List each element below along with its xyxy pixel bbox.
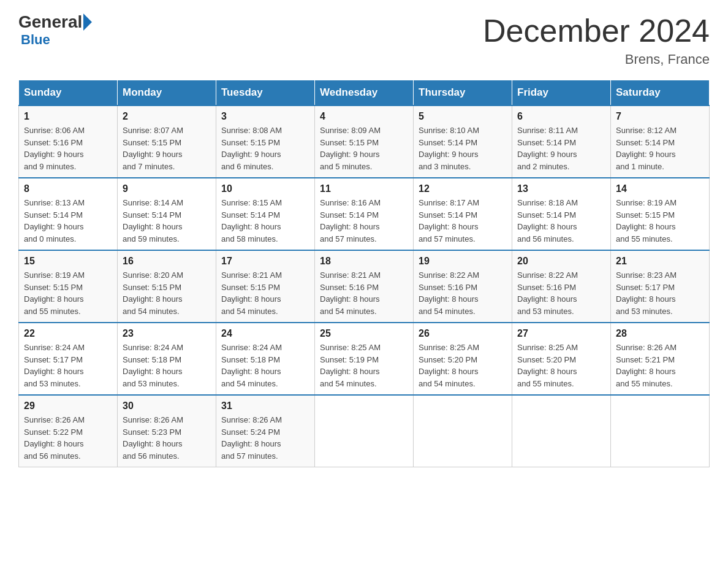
calendar-table: SundayMondayTuesdayWednesdayThursdayFrid… — [18, 80, 710, 467]
day-info: Sunrise: 8:26 AMSunset: 5:23 PMDaylight:… — [123, 414, 211, 462]
calendar-cell: 26Sunrise: 8:25 AMSunset: 5:20 PMDayligh… — [414, 323, 512, 395]
calendar-cell: 4Sunrise: 8:09 AMSunset: 5:15 PMDaylight… — [315, 105, 414, 178]
calendar-cell — [611, 395, 710, 467]
day-header-thursday: Thursday — [414, 80, 512, 106]
day-number: 28 — [616, 328, 704, 339]
calendar-cell: 21Sunrise: 8:23 AMSunset: 5:17 PMDayligh… — [611, 250, 710, 323]
calendar-cell: 2Sunrise: 8:07 AMSunset: 5:15 PMDaylight… — [118, 105, 216, 178]
day-number: 9 — [123, 183, 211, 194]
day-info: Sunrise: 8:08 AMSunset: 5:15 PMDaylight:… — [221, 124, 309, 172]
calendar-cell: 5Sunrise: 8:10 AMSunset: 5:14 PMDaylight… — [414, 105, 512, 178]
day-info: Sunrise: 8:14 AMSunset: 5:14 PMDaylight:… — [123, 197, 211, 245]
week-row-4: 22Sunrise: 8:24 AMSunset: 5:17 PMDayligh… — [19, 323, 710, 395]
day-info: Sunrise: 8:18 AMSunset: 5:14 PMDaylight:… — [517, 197, 605, 245]
day-number: 10 — [221, 183, 309, 194]
day-info: Sunrise: 8:23 AMSunset: 5:17 PMDaylight:… — [616, 269, 704, 317]
logo-arrow-icon — [83, 13, 92, 31]
week-row-1: 1Sunrise: 8:06 AMSunset: 5:16 PMDaylight… — [19, 105, 710, 178]
calendar-cell: 8Sunrise: 8:13 AMSunset: 5:14 PMDaylight… — [19, 178, 118, 250]
day-header-wednesday: Wednesday — [315, 80, 414, 106]
day-header-friday: Friday — [512, 80, 611, 106]
day-header-monday: Monday — [118, 80, 216, 106]
day-header-sunday: Sunday — [19, 80, 118, 106]
week-row-3: 15Sunrise: 8:19 AMSunset: 5:15 PMDayligh… — [19, 250, 710, 323]
location: Brens, France — [483, 52, 710, 67]
day-number: 16 — [123, 256, 211, 267]
day-number: 1 — [24, 111, 112, 122]
day-info: Sunrise: 8:15 AMSunset: 5:14 PMDaylight:… — [221, 197, 309, 245]
week-row-2: 8Sunrise: 8:13 AMSunset: 5:14 PMDaylight… — [19, 178, 710, 250]
calendar-cell: 17Sunrise: 8:21 AMSunset: 5:15 PMDayligh… — [216, 250, 315, 323]
logo-general-text: General — [18, 12, 82, 32]
day-number: 24 — [221, 328, 309, 339]
calendar-cell — [512, 395, 611, 467]
day-number: 29 — [24, 400, 112, 412]
day-info: Sunrise: 8:26 AMSunset: 5:24 PMDaylight:… — [221, 414, 309, 462]
day-number: 18 — [320, 256, 408, 267]
day-info: Sunrise: 8:13 AMSunset: 5:14 PMDaylight:… — [24, 197, 112, 245]
day-info: Sunrise: 8:26 AMSunset: 5:22 PMDaylight:… — [24, 414, 112, 462]
day-info: Sunrise: 8:22 AMSunset: 5:16 PMDaylight:… — [419, 269, 507, 317]
day-info: Sunrise: 8:09 AMSunset: 5:15 PMDaylight:… — [320, 124, 408, 172]
calendar-cell: 19Sunrise: 8:22 AMSunset: 5:16 PMDayligh… — [414, 250, 512, 323]
day-number: 3 — [221, 111, 309, 122]
day-info: Sunrise: 8:19 AMSunset: 5:15 PMDaylight:… — [24, 269, 112, 317]
day-number: 26 — [419, 328, 507, 339]
day-number: 4 — [320, 111, 408, 122]
day-number: 15 — [24, 256, 112, 267]
day-info: Sunrise: 8:25 AMSunset: 5:19 PMDaylight:… — [320, 342, 408, 389]
day-info: Sunrise: 8:24 AMSunset: 5:18 PMDaylight:… — [123, 342, 211, 389]
day-info: Sunrise: 8:16 AMSunset: 5:14 PMDaylight:… — [320, 197, 408, 245]
day-info: Sunrise: 8:21 AMSunset: 5:16 PMDaylight:… — [320, 269, 408, 317]
calendar-header-row: SundayMondayTuesdayWednesdayThursdayFrid… — [19, 80, 710, 106]
day-info: Sunrise: 8:24 AMSunset: 5:17 PMDaylight:… — [24, 342, 112, 389]
day-number: 30 — [123, 400, 211, 412]
calendar-cell — [414, 395, 512, 467]
day-number: 27 — [517, 328, 605, 339]
day-number: 5 — [419, 111, 507, 122]
day-number: 8 — [24, 183, 112, 194]
calendar-cell: 14Sunrise: 8:19 AMSunset: 5:15 PMDayligh… — [611, 178, 710, 250]
day-number: 12 — [419, 183, 507, 194]
day-info: Sunrise: 8:22 AMSunset: 5:16 PMDaylight:… — [517, 269, 605, 317]
day-info: Sunrise: 8:26 AMSunset: 5:21 PMDaylight:… — [616, 342, 704, 389]
day-number: 25 — [320, 328, 408, 339]
calendar-cell: 1Sunrise: 8:06 AMSunset: 5:16 PMDaylight… — [19, 105, 118, 178]
day-header-saturday: Saturday — [611, 80, 710, 106]
day-info: Sunrise: 8:06 AMSunset: 5:16 PMDaylight:… — [24, 124, 112, 172]
day-number: 31 — [221, 400, 309, 412]
calendar-cell: 3Sunrise: 8:08 AMSunset: 5:15 PMDaylight… — [216, 105, 315, 178]
day-number: 23 — [123, 328, 211, 339]
day-info: Sunrise: 8:25 AMSunset: 5:20 PMDaylight:… — [419, 342, 507, 389]
calendar-cell: 13Sunrise: 8:18 AMSunset: 5:14 PMDayligh… — [512, 178, 611, 250]
page-header: General Blue December 2024 Brens, France — [18, 12, 710, 67]
day-number: 22 — [24, 328, 112, 339]
day-number: 17 — [221, 256, 309, 267]
day-number: 11 — [320, 183, 408, 194]
calendar-cell: 11Sunrise: 8:16 AMSunset: 5:14 PMDayligh… — [315, 178, 414, 250]
day-info: Sunrise: 8:20 AMSunset: 5:15 PMDaylight:… — [123, 269, 211, 317]
logo-blue-text: Blue — [21, 32, 50, 47]
calendar-cell: 12Sunrise: 8:17 AMSunset: 5:14 PMDayligh… — [414, 178, 512, 250]
day-info: Sunrise: 8:24 AMSunset: 5:18 PMDaylight:… — [221, 342, 309, 389]
calendar-cell: 29Sunrise: 8:26 AMSunset: 5:22 PMDayligh… — [19, 395, 118, 467]
logo: General Blue — [18, 12, 93, 48]
day-number: 20 — [517, 256, 605, 267]
day-info: Sunrise: 8:17 AMSunset: 5:14 PMDaylight:… — [419, 197, 507, 245]
month-title: December 2024 — [483, 12, 710, 49]
calendar-cell: 27Sunrise: 8:25 AMSunset: 5:20 PMDayligh… — [512, 323, 611, 395]
day-number: 6 — [517, 111, 605, 122]
calendar-cell: 30Sunrise: 8:26 AMSunset: 5:23 PMDayligh… — [118, 395, 216, 467]
calendar-cell: 23Sunrise: 8:24 AMSunset: 5:18 PMDayligh… — [118, 323, 216, 395]
day-number: 21 — [616, 256, 704, 267]
day-info: Sunrise: 8:10 AMSunset: 5:14 PMDaylight:… — [419, 124, 507, 172]
calendar-cell: 31Sunrise: 8:26 AMSunset: 5:24 PMDayligh… — [216, 395, 315, 467]
day-number: 14 — [616, 183, 704, 194]
calendar-cell: 7Sunrise: 8:12 AMSunset: 5:14 PMDaylight… — [611, 105, 710, 178]
calendar-cell: 24Sunrise: 8:24 AMSunset: 5:18 PMDayligh… — [216, 323, 315, 395]
day-info: Sunrise: 8:19 AMSunset: 5:15 PMDaylight:… — [616, 197, 704, 245]
calendar-cell: 15Sunrise: 8:19 AMSunset: 5:15 PMDayligh… — [19, 250, 118, 323]
day-number: 13 — [517, 183, 605, 194]
week-row-5: 29Sunrise: 8:26 AMSunset: 5:22 PMDayligh… — [19, 395, 710, 467]
day-info: Sunrise: 8:25 AMSunset: 5:20 PMDaylight:… — [517, 342, 605, 389]
